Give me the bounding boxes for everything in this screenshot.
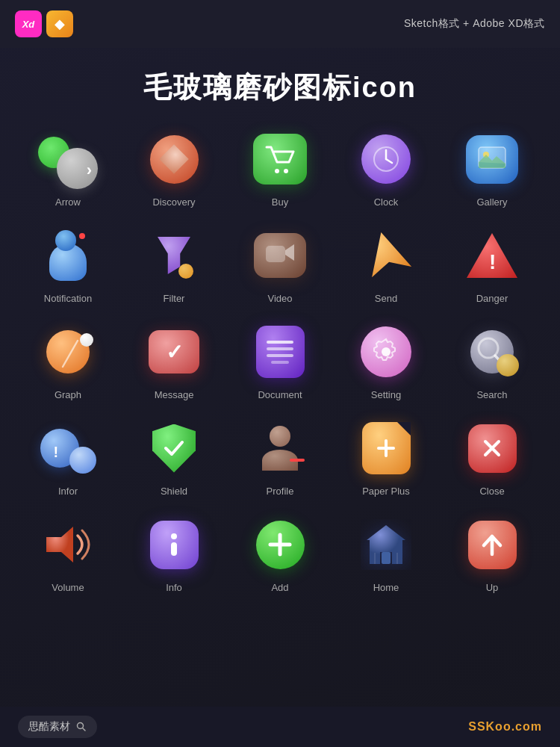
icon-cell-profile[interactable]: Profile <box>227 411 333 507</box>
icon-cell-video[interactable]: Video <box>227 218 333 314</box>
icon-wrap-clock <box>356 129 416 189</box>
icon-wrap-close <box>462 418 522 478</box>
icon-cell-up[interactable]: Up <box>439 507 545 604</box>
danger-triangle: ! <box>467 233 517 278</box>
icon-cell-infor[interactable]: ! Infor <box>15 411 121 507</box>
up-arrow-svg <box>478 530 506 559</box>
discovery-diamond <box>159 144 189 174</box>
gallery-svg <box>477 146 507 173</box>
svg-line-4 <box>386 159 392 163</box>
infor-exclaim-icon: ! <box>54 444 59 461</box>
clock-circle <box>361 134 411 184</box>
icon-label-setting: Setting <box>371 389 401 400</box>
close-x-svg <box>479 436 505 461</box>
icon-wrap-buy <box>250 129 310 189</box>
filter-badge <box>178 264 193 279</box>
svg-marker-17 <box>46 527 73 562</box>
icon-cell-search[interactable]: Search <box>439 314 545 411</box>
icon-cell-setting[interactable]: Setting <box>333 314 439 411</box>
icon-cell-arrow[interactable]: › Arrow <box>15 122 121 218</box>
svg-text:!: ! <box>489 250 496 273</box>
icon-wrap-document <box>250 322 310 382</box>
icon-label-discovery: Discovery <box>152 196 195 208</box>
paperplus-bg <box>362 422 411 474</box>
shield-shape <box>152 424 196 473</box>
icon-wrap-search <box>462 322 522 382</box>
volume-svg <box>40 521 96 569</box>
icon-wrap-setting <box>356 322 416 382</box>
icon-cell-notification[interactable]: Notification <box>15 218 121 314</box>
bottom-left-text: 思酷素材 <box>28 720 70 734</box>
icon-cell-info[interactable]: Info <box>121 507 227 604</box>
discovery-circle <box>150 135 199 184</box>
icon-cell-buy[interactable]: Buy <box>227 122 333 218</box>
video-svg <box>264 243 296 268</box>
send-shape <box>361 226 411 276</box>
icon-wrap-shield <box>144 418 204 478</box>
doc-line-3 <box>267 354 293 357</box>
icon-wrap-message: ✓ <box>144 322 204 382</box>
icon-wrap-paperplus <box>356 418 416 478</box>
document-bg <box>256 326 305 378</box>
bottom-bar: 思酷素材 SSKoo.com <box>0 707 560 747</box>
bottom-left-badge[interactable]: 思酷素材 <box>18 716 97 738</box>
icon-cell-clock[interactable]: Clock <box>333 122 439 218</box>
icon-cell-paperplus[interactable]: Paper Plus <box>333 411 439 507</box>
icon-cell-danger[interactable]: ! Danger <box>439 218 545 314</box>
icon-label-notification: Notification <box>44 293 92 304</box>
icon-cell-document[interactable]: Document <box>227 314 333 411</box>
icon-label-profile: Profile <box>267 486 294 497</box>
message-check-icon: ✓ <box>166 340 183 365</box>
icon-wrap-volume <box>38 515 98 574</box>
paperplus-corner <box>397 422 411 436</box>
svg-rect-19 <box>171 542 177 556</box>
icon-wrap-notification <box>38 226 98 285</box>
svg-rect-23 <box>382 552 391 564</box>
video-bg <box>254 233 306 278</box>
profile-minus-icon <box>290 459 305 462</box>
icon-cell-message[interactable]: ✓ Message <box>121 314 227 411</box>
icon-label-paperplus: Paper Plus <box>362 486 410 497</box>
svg-point-0 <box>275 169 279 173</box>
doc-line-2 <box>267 347 293 350</box>
icon-cell-home[interactable]: Home <box>333 507 439 604</box>
icon-wrap-up <box>462 515 522 574</box>
icon-label-up: Up <box>486 582 499 593</box>
icon-cell-volume[interactable]: Volume <box>15 507 121 604</box>
gallery-bg <box>466 135 518 184</box>
icon-cell-send[interactable]: Send <box>333 218 439 314</box>
info-svg <box>161 530 187 559</box>
infor-outer: ! <box>40 423 96 474</box>
icon-cell-graph[interactable]: Graph <box>15 314 121 411</box>
icon-cell-close[interactable]: Close <box>439 411 545 507</box>
info-bg <box>150 521 199 569</box>
icon-wrap-infor: ! <box>38 418 98 478</box>
icon-cell-filter[interactable]: Filter <box>121 218 227 314</box>
search-magnifier <box>497 354 519 376</box>
icon-label-close: Close <box>479 486 504 497</box>
icon-label-arrow: Arrow <box>55 196 81 208</box>
svg-rect-7 <box>266 246 285 262</box>
topbar-title: Sketch格式 + Adobe XD格式 <box>404 17 545 31</box>
app-logos: Xd ◆ <box>15 10 73 37</box>
icon-wrap-discovery <box>144 129 204 189</box>
icon-cell-add[interactable]: Add <box>227 507 333 604</box>
notification-bell <box>42 230 94 281</box>
arrow-chevron-icon: › <box>87 161 92 180</box>
icon-label-danger: Danger <box>476 293 508 304</box>
svg-line-27 <box>83 728 86 731</box>
up-bg <box>468 521 517 569</box>
icon-label-buy: Buy <box>272 196 288 208</box>
icon-cell-gallery[interactable]: Gallery <box>439 122 545 218</box>
icon-label-clock: Clock <box>374 196 399 208</box>
infor-small-circle <box>69 447 96 474</box>
icon-wrap-home <box>356 515 416 574</box>
icon-cell-discovery[interactable]: Discovery <box>121 122 227 218</box>
graph-svg <box>40 326 96 378</box>
setting-gear <box>361 326 411 377</box>
svg-point-1 <box>284 169 288 173</box>
svg-point-10 <box>382 347 391 356</box>
icon-cell-shield[interactable]: Shield <box>121 411 227 507</box>
icon-label-filter: Filter <box>164 293 185 304</box>
icon-wrap-arrow: › <box>38 129 98 189</box>
